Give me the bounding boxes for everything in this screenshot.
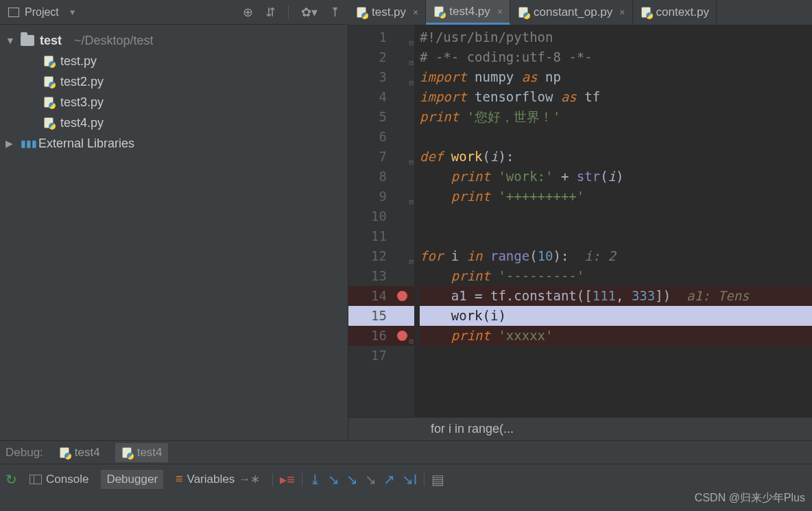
step-over-icon[interactable]: ⤓	[309, 471, 321, 488]
python-file-icon	[433, 5, 445, 18]
editor-tabs: test.py × test4.py × constant_op.py × co…	[348, 0, 812, 25]
gear-icon[interactable]: ✿▾	[301, 5, 318, 20]
tab-label: context.py	[656, 5, 710, 19]
close-icon[interactable]: ×	[413, 7, 418, 18]
project-label: Project	[25, 6, 59, 19]
debug-bar: Debug: test4 test4	[0, 440, 812, 464]
target-icon[interactable]: ⊕	[243, 5, 253, 20]
breadcrumb[interactable]: for i in range(...	[348, 417, 812, 440]
pin-icon[interactable]: →∗	[239, 472, 260, 486]
code-editor[interactable]: 1⊟ 2⊟ 3⊟ 4 5 6 7⊟ 8 9⊟ 10 11 12⊟ 13 14 1…	[348, 25, 812, 440]
code-content[interactable]: #!/usr/bin/python # -*- coding:utf-8 -*-…	[414, 25, 812, 417]
project-icon	[8, 8, 19, 17]
debug-session-tab[interactable]: test4	[53, 443, 106, 462]
project-header[interactable]: Project ▼ ⊕ ⇵ ✿▾ ⤒	[0, 0, 348, 24]
breakpoint-icon[interactable]	[397, 291, 407, 301]
python-file-icon	[43, 117, 55, 129]
bottom-toolbar: ↻ Console Debugger ≡ Variables →∗ ▸≡ ⤓ ↘…	[0, 464, 812, 494]
breakpoint-icon[interactable]	[397, 331, 407, 341]
step-into-icon[interactable]: ↘	[328, 471, 339, 488]
python-file-icon	[43, 96, 55, 108]
watermark: CSDN @归来少年Plus	[695, 491, 805, 506]
root-name: test	[40, 34, 62, 48]
chevron-down-icon[interactable]: ▼	[5, 35, 15, 46]
chevron-down-icon[interactable]: ▼	[69, 8, 77, 17]
tree-external-libraries[interactable]: ▶ ▮▮▮ External Libraries	[0, 133, 348, 154]
debug-session-tab[interactable]: test4	[115, 443, 168, 462]
python-file-icon	[640, 6, 652, 19]
variables-icon: ≡	[176, 472, 183, 486]
python-file-icon	[58, 447, 71, 459]
python-file-icon	[43, 75, 55, 88]
separator	[272, 473, 273, 486]
debugger-tab[interactable]: Debugger	[101, 470, 163, 489]
separator	[424, 473, 425, 486]
tab-label: test4.py	[449, 5, 490, 19]
step-out-icon[interactable]: ↗	[383, 471, 395, 488]
tree-file[interactable]: test3.py	[0, 92, 348, 112]
project-tree[interactable]: ▼ test ~/Desktop/test test.py test2.py t…	[0, 25, 348, 440]
chevron-right-icon[interactable]: ▶	[5, 138, 15, 149]
libraries-icon: ▮▮▮	[21, 138, 33, 149]
tab-label: test.py	[372, 5, 406, 19]
python-file-icon	[121, 447, 133, 459]
tab-test4-py[interactable]: test4.py ×	[426, 0, 510, 25]
tree-file[interactable]: test4.py	[0, 112, 348, 133]
step-into-my-code-icon[interactable]: ↘	[346, 471, 358, 488]
close-icon[interactable]: ×	[497, 6, 503, 17]
run-to-cursor-icon[interactable]: ↘I	[402, 471, 418, 488]
evaluate-expression-icon[interactable]: ▤	[431, 471, 444, 488]
close-icon[interactable]: ×	[619, 7, 625, 18]
python-file-icon	[517, 6, 529, 19]
separator	[302, 473, 302, 486]
tab-test-py[interactable]: test.py ×	[348, 0, 426, 25]
variables-tab[interactable]: ≡ Variables →∗	[170, 469, 265, 489]
folder-icon	[21, 35, 34, 46]
gutter[interactable]: 1⊟ 2⊟ 3⊟ 4 5 6 7⊟ 8 9⊟ 10 11 12⊟ 13 14 1…	[348, 25, 414, 417]
tab-label: constant_op.py	[534, 5, 612, 19]
console-tab[interactable]: Console	[24, 470, 94, 489]
tab-context-py[interactable]: context.py	[633, 0, 717, 25]
tree-root[interactable]: ▼ test ~/Desktop/test	[0, 30, 348, 51]
python-file-icon	[355, 6, 368, 19]
python-file-icon	[43, 55, 55, 67]
rerun-icon[interactable]: ↻	[5, 471, 17, 488]
show-exec-point-icon[interactable]: ▸≡	[280, 471, 295, 488]
collapse-icon[interactable]: ⇵	[265, 5, 276, 20]
separator	[288, 5, 289, 19]
root-path: ~/Desktop/test	[74, 34, 154, 48]
force-step-into-icon[interactable]: ↘	[365, 471, 377, 488]
tree-file[interactable]: test.py	[0, 51, 348, 71]
tree-file[interactable]: test2.py	[0, 71, 348, 92]
layout-icon	[29, 475, 42, 484]
tab-constant-op-py[interactable]: constant_op.py ×	[510, 0, 633, 25]
debug-label: Debug:	[5, 446, 43, 460]
hide-icon[interactable]: ⤒	[330, 5, 340, 20]
